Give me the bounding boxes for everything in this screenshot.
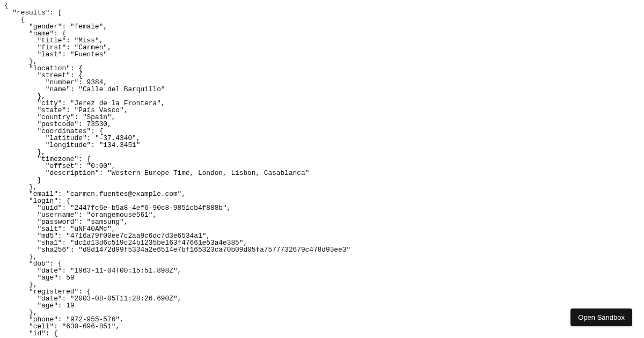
- json-value: 2003-08-05T11:28:26.690Z: [75, 295, 173, 303]
- json-key: "description": [46, 169, 99, 177]
- json-value: d8d1472d99f5334a2e6514e7bf165323ca70b09d…: [83, 246, 346, 254]
- json-key: "name": [46, 85, 70, 93]
- json-value: female: [75, 23, 99, 31]
- json-key: "longitude": [46, 141, 91, 149]
- json-key: id: [33, 329, 41, 337]
- json-key: "age": [37, 274, 57, 282]
- json-value: 630-696-851: [66, 322, 111, 330]
- json-value: Calle del Barquillo: [83, 85, 161, 93]
- json-key: "sha256": [37, 246, 70, 254]
- json-value: 19: [66, 302, 74, 310]
- json-value: Western Europe Time, London, Lisbon, Cas…: [112, 169, 305, 177]
- open-sandbox-button[interactable]: Open Sandbox: [570, 308, 632, 326]
- json-value: carmen.fuentes@example.com: [70, 190, 178, 198]
- json-key: "age": [37, 302, 57, 310]
- json-value: 59: [66, 274, 74, 282]
- json-key: "last": [37, 50, 62, 58]
- json-key: "results": [12, 9, 49, 17]
- json-value: 1963-11-04T00:15:51.898Z: [75, 267, 173, 275]
- json-value: 134.3451: [103, 141, 136, 149]
- json-value: Fuentes: [75, 50, 104, 58]
- json-output: { "results": [ { "gender": "female", "na…: [0, 0, 644, 337]
